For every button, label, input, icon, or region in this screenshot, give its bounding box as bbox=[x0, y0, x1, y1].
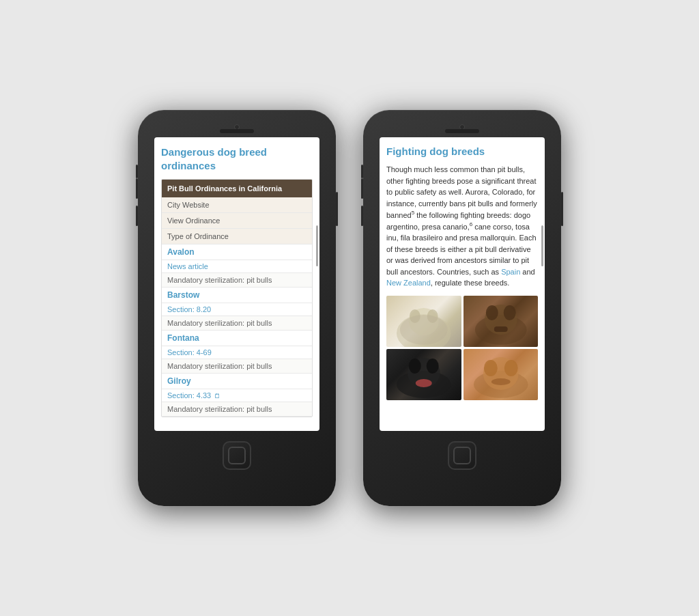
fontana-link-row: Section: 4-69 bbox=[162, 346, 312, 359]
home-button-inner bbox=[228, 447, 246, 464]
page-title: Dangerous dog breed ordinances bbox=[161, 145, 313, 172]
new-zealand-link[interactable]: New Zealand bbox=[386, 279, 431, 287]
volume-up-button-right bbox=[361, 178, 363, 199]
right-phone-bottom bbox=[370, 435, 554, 476]
home-button-inner-right bbox=[453, 447, 471, 464]
svg-point-2 bbox=[410, 309, 420, 323]
right-phone-top-bar bbox=[370, 120, 554, 135]
svg-point-0 bbox=[397, 314, 451, 347]
dog-image-black bbox=[386, 349, 461, 400]
avalon-type: Mandatory sterilization: pit bulls bbox=[162, 273, 312, 288]
left-screen-content: Dangerous dog breed ordinances Pit Bull … bbox=[154, 137, 319, 431]
svg-point-18 bbox=[504, 360, 517, 376]
svg-point-17 bbox=[483, 360, 497, 376]
col-header-ordinance: View Ordinance bbox=[162, 213, 312, 229]
spain-link[interactable]: Spain bbox=[501, 268, 520, 276]
svg-rect-9 bbox=[494, 326, 507, 332]
fontana-type: Mandatory sterilization: pit bulls bbox=[162, 359, 312, 374]
svg-point-19 bbox=[491, 378, 510, 385]
volume-up-button bbox=[136, 178, 138, 199]
col-header-type: Type of Ordinance bbox=[162, 229, 312, 244]
phone-top-bar bbox=[145, 120, 329, 135]
barstow-type: Mandatory sterilization: pit bulls bbox=[162, 316, 312, 331]
volume-down-button-right bbox=[361, 206, 363, 226]
svg-point-15 bbox=[473, 371, 528, 398]
right-scroll-indicator bbox=[541, 225, 543, 266]
avalon-link-row: News article bbox=[162, 260, 312, 273]
svg-point-3 bbox=[427, 309, 438, 323]
gilroy-link[interactable]: Section: 4.33 🗒 bbox=[167, 391, 220, 400]
dog-white-svg bbox=[386, 296, 461, 347]
dog-image-brindle bbox=[463, 296, 539, 347]
gilroy-type: Mandatory sterilization: pit bulls bbox=[162, 402, 312, 417]
svg-point-13 bbox=[427, 359, 439, 374]
left-phone: Dangerous dog breed ordinances Pit Bull … bbox=[138, 110, 336, 506]
svg-point-14 bbox=[416, 379, 432, 387]
city-avalon[interactable]: Avalon bbox=[162, 244, 312, 260]
svg-point-7 bbox=[485, 305, 498, 320]
article-body: Though much less common than pit bulls, … bbox=[386, 164, 538, 289]
svg-point-11 bbox=[408, 358, 440, 388]
left-phone-bottom bbox=[145, 435, 329, 476]
earpiece-speaker-right bbox=[445, 129, 479, 133]
mute-button bbox=[136, 165, 138, 178]
city-gilroy[interactable]: Gilroy bbox=[162, 374, 312, 389]
article-title: Fighting dog breeds bbox=[386, 145, 538, 157]
mute-button-right bbox=[361, 165, 363, 178]
dog-tan-svg bbox=[463, 349, 539, 400]
volume-down-button bbox=[136, 206, 138, 226]
earpiece-speaker bbox=[220, 129, 254, 133]
barstow-link-row: Section: 8.20 bbox=[162, 303, 312, 316]
city-barstow[interactable]: Barstow bbox=[162, 288, 312, 303]
svg-point-5 bbox=[474, 315, 526, 345]
left-phone-shell: Dangerous dog breed ordinances Pit Bull … bbox=[138, 110, 336, 506]
svg-point-6 bbox=[484, 305, 517, 335]
svg-point-1 bbox=[409, 308, 439, 335]
svg-point-8 bbox=[503, 305, 515, 320]
table-header: Pit Bull Ordinances in California bbox=[162, 180, 312, 197]
right-phone-shell: Fighting dog breeds Though much less com… bbox=[363, 110, 561, 506]
svg-point-16 bbox=[483, 357, 518, 390]
gilroy-link-row: Section: 4.33 🗒 bbox=[162, 389, 312, 402]
right-phone: Fighting dog breeds Though much less com… bbox=[363, 110, 561, 506]
power-button-right bbox=[561, 192, 563, 226]
right-screen-content: Fighting dog breeds Though much less com… bbox=[380, 137, 545, 431]
scroll-indicator bbox=[316, 225, 318, 266]
svg-point-10 bbox=[397, 371, 451, 398]
external-link-icon: 🗒 bbox=[214, 393, 220, 400]
body-text-5: , regulate these breeds. bbox=[431, 279, 510, 287]
dog-brindle-svg bbox=[463, 296, 539, 347]
power-button bbox=[336, 192, 338, 226]
city-fontana[interactable]: Fontana bbox=[162, 331, 312, 346]
barstow-link[interactable]: Section: 8.20 bbox=[167, 305, 211, 313]
dog-images-grid bbox=[386, 296, 538, 400]
fontana-link[interactable]: Section: 4-69 bbox=[167, 348, 212, 356]
svg-point-12 bbox=[409, 359, 421, 374]
home-button-right[interactable] bbox=[448, 441, 476, 470]
dog-image-tan bbox=[463, 349, 539, 400]
ordinances-table: Pit Bull Ordinances in California City W… bbox=[161, 179, 313, 417]
body-text-4: and bbox=[520, 268, 534, 276]
svg-point-4 bbox=[400, 315, 448, 345]
left-phone-screen: Dangerous dog breed ordinances Pit Bull … bbox=[154, 137, 319, 431]
right-phone-screen: Fighting dog breeds Though much less com… bbox=[380, 137, 545, 431]
dog-image-white bbox=[386, 296, 461, 347]
dog-black-svg bbox=[386, 349, 461, 400]
home-button[interactable] bbox=[223, 441, 251, 470]
col-header-city: City Website bbox=[162, 197, 312, 213]
avalon-link[interactable]: News article bbox=[167, 262, 208, 270]
